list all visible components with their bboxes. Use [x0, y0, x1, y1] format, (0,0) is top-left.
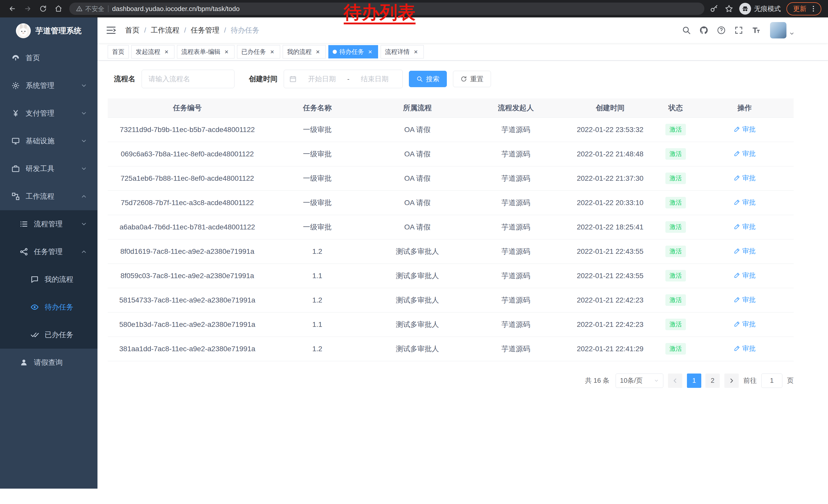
- tab-todo-tasks[interactable]: 待办任务×: [328, 45, 378, 58]
- list-icon: [19, 220, 28, 228]
- table-row: 58154733-7ac8-11ec-a9e2-a2380e71991a1.2测…: [108, 288, 794, 312]
- close-icon[interactable]: ×: [314, 48, 321, 55]
- calendar-icon: [289, 75, 297, 83]
- tab-process-detail[interactable]: 流程详情×: [381, 45, 424, 58]
- close-icon[interactable]: ×: [412, 48, 419, 55]
- cell-process: 测试多审批人: [368, 288, 467, 312]
- incognito-icon: [742, 5, 749, 12]
- close-icon[interactable]: ×: [268, 48, 276, 55]
- cell-process: OA 请假: [368, 142, 467, 166]
- search-button[interactable]: 搜索: [409, 71, 447, 87]
- sidebar-item-payment[interactable]: 支付管理: [0, 99, 97, 127]
- reset-button-label: 重置: [470, 75, 484, 84]
- tab-start-process[interactable]: 发起流程×: [131, 45, 174, 58]
- help-icon[interactable]: [716, 25, 727, 35]
- reset-icon: [460, 76, 467, 82]
- status-badge: 激活: [665, 245, 686, 257]
- approve-link[interactable]: 审批: [734, 295, 756, 304]
- refresh-icon[interactable]: [36, 2, 50, 16]
- create-time-label: 创建时间: [249, 74, 278, 84]
- cell-task-name: 1.2: [267, 336, 368, 361]
- search-icon[interactable]: [681, 25, 692, 35]
- page-size-select[interactable]: 10条/页: [616, 373, 663, 388]
- approve-link[interactable]: 审批: [734, 271, 756, 280]
- cell-task-id: a6aba0a4-7b6d-11ec-b781-acde48001122: [108, 215, 267, 239]
- approve-link[interactable]: 审批: [734, 246, 756, 256]
- tab-done-tasks[interactable]: 已办任务×: [237, 45, 280, 58]
- breadcrumb-item[interactable]: 任务管理: [191, 26, 219, 35]
- password-key-icon[interactable]: [709, 4, 719, 13]
- tab-form-edit[interactable]: 流程表单-编辑×: [177, 45, 235, 58]
- sidebar-item-home[interactable]: 首页: [0, 44, 97, 72]
- approve-link[interactable]: 审批: [734, 174, 756, 183]
- cell-task-id: 8f059c03-7ac8-11ec-a9e2-a2380e71991a: [108, 264, 267, 288]
- fullscreen-icon[interactable]: [734, 25, 744, 35]
- sidebar-item-todo-tasks[interactable]: 待办任务: [0, 293, 97, 321]
- sidebar-item-leave-query[interactable]: 请假查询: [0, 349, 97, 376]
- cell-task-name: 一级审批: [267, 166, 368, 190]
- goto-page-input[interactable]: [761, 373, 782, 388]
- chevron-up-icon: [81, 193, 87, 200]
- sidebar-item-infrastructure[interactable]: 基础设施: [0, 127, 97, 155]
- column-status: 状态: [656, 98, 695, 118]
- approve-link[interactable]: 审批: [734, 320, 756, 329]
- prev-page-button[interactable]: [668, 373, 682, 388]
- sidebar-item-process-mgmt[interactable]: 流程管理: [0, 210, 97, 238]
- breadcrumb-item[interactable]: 工作流程: [151, 26, 179, 35]
- sidebar-item-task-mgmt[interactable]: 任务管理: [0, 238, 97, 266]
- cell-task-name: 一级审批: [267, 215, 368, 239]
- dashboard-icon: [11, 54, 20, 62]
- cell-initiator: 芋道源码: [467, 264, 565, 288]
- cell-task-name: 1.1: [267, 264, 368, 288]
- home-icon[interactable]: [51, 2, 66, 16]
- security-status[interactable]: 不安全: [76, 5, 105, 13]
- page-button-1[interactable]: 1: [687, 373, 701, 388]
- table-row: a6aba0a4-7b6d-11ec-b781-acde48001122一级审批…: [108, 215, 794, 239]
- tab-label: 发起流程: [136, 48, 160, 56]
- cell-process: OA 请假: [368, 190, 467, 215]
- approve-link[interactable]: 审批: [734, 344, 756, 353]
- page-button-2[interactable]: 2: [705, 373, 720, 388]
- tab-my-process[interactable]: 我的流程×: [283, 45, 326, 58]
- table-row: 069c6a63-7b8a-11ec-8ef0-acde48001122一级审批…: [108, 142, 794, 166]
- next-page-button[interactable]: [724, 373, 739, 388]
- update-button[interactable]: 更新: [786, 2, 821, 15]
- font-size-icon[interactable]: [751, 25, 761, 35]
- sidebar-item-workflow[interactable]: 工作流程: [0, 183, 97, 210]
- share-icon: [19, 247, 28, 256]
- back-icon[interactable]: [5, 2, 19, 16]
- approve-link[interactable]: 审批: [734, 125, 756, 134]
- logo-image: [16, 23, 31, 38]
- approve-link[interactable]: 审批: [734, 149, 756, 158]
- sidebar-item-dev-tools[interactable]: 研发工具: [0, 155, 97, 183]
- close-icon[interactable]: ×: [163, 48, 170, 55]
- github-icon[interactable]: [699, 25, 709, 35]
- tab-home[interactable]: 首页: [108, 45, 129, 58]
- edit-icon: [734, 199, 740, 205]
- close-icon[interactable]: ×: [367, 48, 374, 55]
- browser-menu-icon[interactable]: [810, 5, 817, 12]
- approve-link[interactable]: 审批: [734, 222, 756, 231]
- sidebar-item-done-tasks[interactable]: 已办任务: [0, 321, 97, 349]
- search-button-label: 搜索: [426, 75, 440, 84]
- column-process: 所属流程: [368, 98, 467, 118]
- status-badge: 激活: [665, 294, 686, 306]
- column-created: 创建时间: [565, 98, 656, 118]
- date-range-picker[interactable]: 开始日期 - 结束日期: [284, 70, 403, 88]
- sidebar-item-system[interactable]: 系统管理: [0, 72, 97, 99]
- sidebar-item-label: 待办任务: [45, 302, 73, 312]
- app-logo[interactable]: 芋道管理系统: [0, 17, 97, 44]
- bookmark-star-icon[interactable]: [724, 4, 734, 13]
- approve-link[interactable]: 审批: [734, 198, 756, 207]
- reset-button[interactable]: 重置: [453, 71, 491, 87]
- user-menu[interactable]: [770, 22, 795, 39]
- page-content: 流程名 创建时间 开始日期 - 结束日期 搜索 重置: [97, 60, 828, 504]
- close-icon[interactable]: ×: [223, 48, 230, 55]
- sidebar-item-my-process[interactable]: 我的流程: [0, 266, 97, 293]
- forward-icon[interactable]: [20, 2, 35, 16]
- sidebar-toggle-icon[interactable]: [106, 25, 117, 36]
- process-name-input[interactable]: [141, 70, 235, 88]
- table-row: 580e1b3d-7ac8-11ec-a9e2-a2380e71991a1.1测…: [108, 312, 794, 336]
- tab-label: 已办任务: [241, 48, 266, 56]
- breadcrumb-item[interactable]: 首页: [125, 26, 139, 35]
